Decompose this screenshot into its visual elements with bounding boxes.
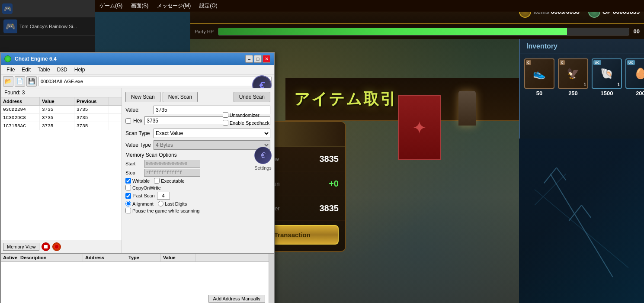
game-menu-item-3[interactable]: メッセージ(M) xyxy=(157,2,191,10)
memory-view-button[interactable]: Memory View xyxy=(3,243,39,251)
weapon-svg xyxy=(519,139,644,303)
start-label: Start xyxy=(125,161,141,166)
ce-menu-table[interactable]: Table xyxy=(34,66,54,74)
new-scan-button[interactable]: New Scan xyxy=(125,92,160,102)
fast-scan-input[interactable] xyxy=(157,192,170,200)
td-previous-2: 3735 xyxy=(74,122,109,130)
scan-type-select[interactable]: Exact Value xyxy=(154,129,270,138)
td-value-0: 3735 xyxy=(40,106,74,113)
inv-item-box-4: UC 🥚 1 xyxy=(625,58,644,89)
executable-checkbox[interactable] xyxy=(154,178,160,184)
start-input[interactable] xyxy=(144,160,200,168)
inv-badge-2: C xyxy=(560,60,565,65)
hex-checkbox[interactable] xyxy=(125,118,131,124)
unrandomizer-check-item: Unrandomizer xyxy=(223,112,269,118)
ce-radio-group: Alignment Last Digits xyxy=(125,201,270,206)
pause-game-label: Pause the game while scanning xyxy=(132,208,199,213)
ce-menu-edit[interactable]: Edit xyxy=(18,66,34,74)
toolbar-btn-3[interactable]: 💾 xyxy=(26,76,37,87)
ce-titlebar-text: Cheat Engine 6.4 xyxy=(15,56,242,62)
executable-label: Executable xyxy=(161,178,184,184)
table-row[interactable]: 1C7155AC 3735 3735 xyxy=(1,122,122,130)
last-digits-radio[interactable] xyxy=(158,201,163,206)
inv-item-1[interactable]: C 👟 50 xyxy=(524,58,554,97)
table-row[interactable]: 03CD2294 3735 3735 xyxy=(1,106,122,114)
copyonwrite-checkbox[interactable] xyxy=(125,185,131,190)
stop-icon xyxy=(44,245,48,249)
writable-checkbox[interactable] xyxy=(125,178,131,184)
inventory-title: Inventory xyxy=(520,39,644,54)
svg-point-8 xyxy=(54,245,59,249)
toolbar-btn-1[interactable]: 📂 xyxy=(3,76,13,87)
writable-label: Writable xyxy=(132,178,150,184)
copyonwrite-check-item: CopyOnWrite xyxy=(125,185,161,190)
ce-menu-file[interactable]: File xyxy=(3,66,18,74)
inv-item-2[interactable]: C 🦅 1 250 xyxy=(558,58,588,97)
game-right-panel xyxy=(519,139,644,303)
rainbow-app-label: Tom Clancy's Rainbow Si... xyxy=(19,24,77,29)
stop-input[interactable] xyxy=(144,169,200,177)
party-hp-nums: 00 xyxy=(634,28,640,35)
undo-scan-button[interactable]: Undo Scan xyxy=(234,92,270,102)
inv-count-2: 1 xyxy=(583,82,586,87)
td-address-0: 03CD2294 xyxy=(1,106,40,113)
close-button[interactable]: ✕ xyxy=(263,55,270,63)
add-address-button[interactable]: Add Address Manually xyxy=(208,295,265,303)
ce-menu-help[interactable]: Help xyxy=(71,66,89,74)
ce-scrollbar[interactable] xyxy=(269,254,274,303)
stop-label: Stop xyxy=(125,170,141,175)
value-type-select[interactable]: 4 Bytes xyxy=(154,140,270,150)
alignment-radio[interactable] xyxy=(125,201,131,206)
game-menu-item-4[interactable]: 設定(O) xyxy=(199,2,217,10)
inv-item-icon-2: 🦅 xyxy=(567,68,580,80)
ce-scan-buttons: New Scan Next Scan Undo Scan xyxy=(125,92,270,102)
ce-scan-type-row: Scan Type Exact Value xyxy=(125,129,270,138)
inventory-items: C 👟 50 C 🦅 1 250 UC 🐚 1 1500 xyxy=(520,54,644,101)
ce-bottom-th-type: Type xyxy=(126,254,161,261)
process-input[interactable] xyxy=(38,77,272,86)
toolbar-btn-2[interactable]: 📄 xyxy=(15,76,25,87)
td-value-1: 3735 xyxy=(40,114,74,122)
table-row[interactable]: 1C3D2DC8 3735 3735 xyxy=(1,114,122,122)
inv-item-icon-3: 🐚 xyxy=(600,68,613,80)
inv-item-3[interactable]: UC 🐚 1 1500 xyxy=(592,58,622,97)
ce-menu-d3d[interactable]: D3D xyxy=(54,66,71,74)
fast-scan-label: Fast Scan xyxy=(133,193,155,198)
svg-line-6 xyxy=(535,174,566,205)
hp-bar-container xyxy=(218,28,629,35)
maximize-button[interactable]: □ xyxy=(254,55,262,63)
ce-main: Found: 3 Address Value Previous 03CD2294… xyxy=(1,88,274,253)
unrandomizer-label: Unrandomizer xyxy=(230,113,260,118)
taskbar-app-rainbow[interactable]: 🎮 Tom Clancy's Rainbow Si... xyxy=(0,17,95,36)
pause-game-checkbox[interactable] xyxy=(125,208,131,213)
ce-found-bar: Found: 3 xyxy=(1,88,122,97)
executable-check-item: Executable xyxy=(154,178,184,184)
inv-item-icon-4: 🥚 xyxy=(634,68,644,80)
value-label: Value: xyxy=(125,107,151,113)
last-digits-radio-item: Last Digits xyxy=(158,201,187,206)
td-previous-0: 3735 xyxy=(74,106,109,113)
game-menu-item-1[interactable]: ゲーム(G) xyxy=(99,2,122,10)
alignment-label: Alignment xyxy=(132,201,154,206)
speedhack-checkbox[interactable] xyxy=(223,120,228,126)
fast-scan-checkbox[interactable] xyxy=(125,193,131,199)
inv-value-2: 250 xyxy=(558,90,588,97)
inv-item-4[interactable]: UC 🥚 1 200 xyxy=(625,58,644,97)
speedhack-label: Enable Speedhack xyxy=(230,120,269,126)
ce-address-list: Found: 3 Address Value Previous 03CD2294… xyxy=(1,88,122,253)
ce-value-type-row: Value Type 4 Bytes xyxy=(125,140,270,150)
ce-pause-check: Pause the game while scanning xyxy=(125,208,270,213)
svg-line-4 xyxy=(582,205,591,218)
minimize-button[interactable]: – xyxy=(245,55,253,63)
writable-check-item: Writable xyxy=(125,178,150,184)
td-value-2: 3735 xyxy=(40,122,74,130)
stop-button[interactable] xyxy=(42,242,50,251)
ce-th-value: Value xyxy=(40,97,74,105)
game-title-text: アイテム取引 xyxy=(294,89,397,110)
ce-titlebar-icon xyxy=(4,55,11,62)
next-scan-button[interactable]: Next Scan xyxy=(163,92,198,102)
ce-left-bottom: Memory View xyxy=(1,240,122,253)
settings-area: € Settings xyxy=(254,147,272,171)
unrandomizer-checkbox[interactable] xyxy=(223,112,228,118)
game-menu-item-2[interactable]: 画面(S) xyxy=(131,2,148,10)
